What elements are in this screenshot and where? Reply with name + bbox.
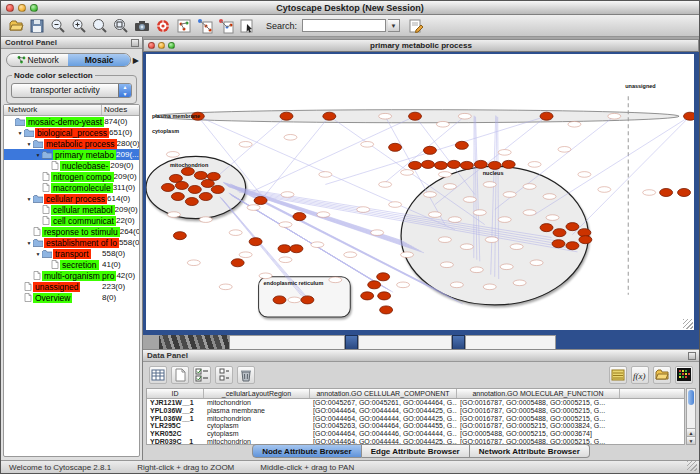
expander-icon[interactable]: ▼: [25, 141, 33, 147]
table-column-header[interactable]: ID: [147, 389, 204, 398]
gene-node[interactable]: [231, 259, 244, 267]
gene-node[interactable]: [368, 281, 381, 289]
gene-node[interactable]: [293, 213, 306, 221]
scrollbar-thumb[interactable]: [688, 390, 694, 405]
close-button[interactable]: [6, 4, 14, 12]
gene-label-node[interactable]: [259, 273, 272, 279]
tree-row[interactable]: ▼transport558(0): [4, 248, 139, 259]
gene-label-node[interactable]: [498, 217, 511, 223]
gene-node[interactable]: [502, 160, 515, 168]
window-resize-grip[interactable]: [683, 319, 693, 329]
gene-node[interactable]: [199, 193, 212, 201]
tree-row[interactable]: ▼establishment of lo558(0): [4, 237, 139, 248]
table-row[interactable]: YKR052Ccytoplasm[GO:0044464, GO:0044446,…: [147, 430, 684, 438]
snapshot-button[interactable]: [132, 16, 151, 35]
network-canvas[interactable]: plasma membranecytoplasmmitochondrionnuc…: [146, 54, 694, 330]
gene-label-node[interactable]: [279, 222, 292, 228]
gene-node[interactable]: [188, 185, 201, 193]
gene-node[interactable]: [455, 141, 468, 149]
gene-node[interactable]: [249, 238, 262, 246]
gene-node[interactable]: [173, 232, 186, 240]
gene-label-node[interactable]: [450, 282, 463, 288]
gene-label-node[interactable]: [401, 170, 414, 176]
gene-node[interactable]: [389, 143, 402, 151]
gene-node[interactable]: [301, 296, 314, 304]
tab-mosaic[interactable]: Mosaic: [68, 54, 129, 66]
gene-node[interactable]: [684, 112, 694, 120]
float-panel-icon[interactable]: [688, 352, 696, 360]
gene-label-node[interactable]: [443, 184, 456, 190]
gene-label-node[interactable]: [371, 230, 384, 236]
save-session-button[interactable]: [27, 16, 46, 35]
attribute-grid-button[interactable]: [149, 366, 167, 384]
gene-label-node[interactable]: [401, 252, 414, 258]
gene-label-node[interactable]: [281, 192, 294, 198]
tab-network-attribute-browser[interactable]: Network Attribute Browser: [470, 444, 590, 458]
gene-label-node[interactable]: [423, 192, 436, 198]
node-color-dropdown[interactable]: transporter activity ▲▼: [11, 83, 132, 98]
gene-node[interactable]: [579, 236, 592, 244]
gene-node[interactable]: [423, 146, 436, 154]
zoom-selected-button[interactable]: [90, 16, 109, 35]
table-row[interactable]: YPL036W__1mitochondrion[GO:0044464, GO:0…: [147, 415, 684, 423]
gene-label-node[interactable]: [448, 217, 461, 223]
tree-row[interactable]: ▼cellular process614(0): [4, 193, 139, 204]
zoom-in-button[interactable]: [69, 16, 88, 35]
gene-node[interactable]: [378, 292, 391, 300]
gene-label-node[interactable]: [239, 142, 252, 148]
gene-label-node[interactable]: [279, 257, 292, 263]
scroll-down-icon[interactable]: ▼: [687, 436, 695, 444]
gene-label-node[interactable]: [311, 242, 324, 248]
table-row[interactable]: YLR295Ccytoplasm[GO:0045263, GO:0044464,…: [147, 422, 684, 430]
network-window-titlebar[interactable]: primary metabolic process: [143, 39, 699, 52]
gene-label-node[interactable]: [643, 190, 656, 196]
gene-label-node[interactable]: [458, 113, 471, 119]
gene-node[interactable]: [175, 181, 188, 189]
tree-row[interactable]: ▼primary metabo209(...: [4, 149, 139, 160]
gene-label-node[interactable]: [361, 142, 374, 148]
search-input[interactable]: [302, 19, 386, 32]
table-column-header[interactable]: _cellularLayoutRegion: [204, 389, 310, 398]
select-attributes-button[interactable]: [193, 366, 211, 384]
tree-row[interactable]: Overview8(0): [4, 292, 139, 303]
gene-label-node[interactable]: [498, 150, 511, 156]
tab-network[interactable]: Network: [7, 54, 68, 66]
gene-label-node[interactable]: [463, 197, 476, 203]
network-zoom-button[interactable]: [168, 42, 175, 49]
gene-label-node[interactable]: [167, 212, 180, 218]
gene-label-node[interactable]: [317, 212, 330, 218]
delete-attribute-button[interactable]: [237, 366, 255, 384]
tree-row[interactable]: response to stimulu264(0): [4, 226, 139, 237]
table-row[interactable]: YPL036W__2plasma membrane[GO:0044464, GO…: [147, 407, 684, 415]
zoom-fit-button[interactable]: [111, 16, 130, 35]
gene-node[interactable]: [290, 245, 303, 253]
table-column-header[interactable]: annotation.GO CELLULAR_COMPONENT: [310, 389, 457, 398]
heatmap-button[interactable]: [675, 366, 693, 384]
gene-node[interactable]: [540, 112, 553, 120]
expander-icon[interactable]: ▼: [25, 196, 33, 202]
gene-label-node[interactable]: [510, 244, 523, 250]
unselect-attributes-button[interactable]: [215, 366, 233, 384]
gene-node[interactable]: [185, 198, 198, 206]
tree-row[interactable]: cell communicat22(0): [4, 215, 139, 226]
network-close-button[interactable]: [148, 42, 155, 49]
expander-icon[interactable]: ▼: [16, 130, 24, 136]
gene-label-node[interactable]: [357, 207, 370, 213]
gene-node[interactable]: [377, 273, 390, 281]
gene-label-node[interactable]: [500, 264, 513, 270]
network-minimize-button[interactable]: [158, 42, 165, 49]
gene-node[interactable]: [552, 240, 565, 248]
gene-node[interactable]: [194, 171, 207, 179]
table-scrollbar[interactable]: ▲ ▼: [686, 388, 696, 445]
gene-node[interactable]: [553, 229, 566, 237]
gene-node[interactable]: [171, 193, 184, 201]
gene-label-node[interactable]: [379, 182, 392, 188]
zoom-out-button[interactable]: [48, 16, 67, 35]
manage-networks-button[interactable]: [174, 16, 193, 35]
gene-label-node[interactable]: [440, 262, 453, 268]
tree-row[interactable]: cellular metabol209(0): [4, 204, 139, 215]
gene-label-node[interactable]: [187, 260, 200, 266]
gene-node[interactable]: [161, 183, 174, 191]
gene-node[interactable]: [181, 167, 194, 175]
gene-label-node[interactable]: [247, 205, 260, 211]
